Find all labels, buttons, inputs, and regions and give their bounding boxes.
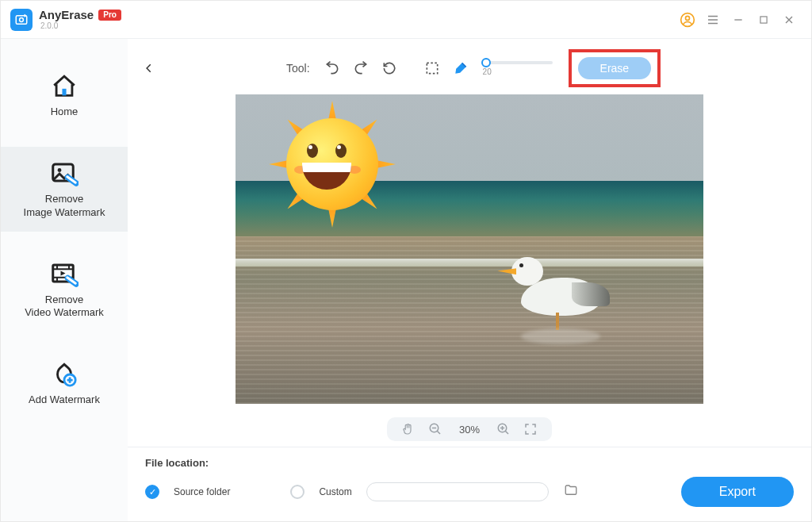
seagull [497,243,632,346]
sidebar-item-remove-video-watermark[interactable]: Remove Video Watermark [1,248,128,332]
back-button[interactable] [139,58,159,79]
sidebar: Home Remove Image Watermark Remove Video… [1,39,128,521]
browse-folder-button[interactable] [563,483,579,501]
maximize-button[interactable] [753,9,775,31]
svg-point-1 [20,17,24,21]
file-location-label: File location: [145,457,794,469]
svg-rect-5 [62,89,66,96]
tool-label: Tool: [286,62,310,75]
sidebar-item-remove-image-watermark[interactable]: Remove Image Watermark [1,147,128,232]
canvas-area[interactable] [128,90,811,407]
sidebar-item-label: Remove Image Watermark [24,193,105,219]
app-title: AnyErase [39,9,94,21]
svg-rect-4 [760,16,767,22]
erase-highlight-box: Erase [569,49,661,87]
fit-screen-button[interactable] [523,422,538,436]
zoom-in-button[interactable] [496,422,511,436]
undo-button[interactable] [321,57,343,79]
brush-size-slider[interactable]: 20 [481,61,553,76]
editor-toolbar: Tool: 20 Erase [128,47,811,90]
sidebar-item-add-watermark[interactable]: Add Watermark [1,347,128,419]
marquee-tool-button[interactable] [421,57,443,79]
app-logo-icon [10,9,33,31]
redo-button[interactable] [350,57,372,79]
custom-folder-radio[interactable] [290,485,304,499]
svg-point-7 [58,168,62,172]
brush-tool-button[interactable] [450,57,472,79]
sidebar-item-label: Remove Video Watermark [25,294,104,320]
sidebar-item-label: Home [51,106,79,118]
reset-button[interactable] [378,57,400,79]
source-folder-label: Source folder [174,486,230,497]
export-button[interactable]: Export [681,477,794,507]
custom-folder-label: Custom [319,486,351,497]
user-account-icon[interactable] [676,9,699,31]
minimize-button[interactable] [727,9,749,31]
add-watermark-icon [50,360,79,389]
sidebar-item-home[interactable]: Home [1,59,128,131]
erase-button[interactable]: Erase [578,57,652,79]
footer: File location: Source folder Custom Expo… [128,447,811,521]
sidebar-item-label: Add Watermark [29,393,100,406]
working-image[interactable] [236,94,703,404]
zoom-value: 30% [455,424,484,436]
remove-image-watermark-icon [50,159,79,188]
custom-path-input[interactable] [366,482,549,501]
close-button[interactable] [778,9,800,31]
slider-thumb[interactable] [481,58,491,67]
zoom-controls: 30% [128,412,811,447]
remove-video-watermark-icon [50,260,79,289]
source-folder-radio[interactable] [145,485,159,499]
content-area: Tool: 20 Erase [128,39,811,521]
zoom-out-button[interactable] [428,422,442,436]
svg-point-3 [686,16,690,20]
svg-rect-10 [427,63,437,73]
pro-badge: Pro [98,10,121,21]
titlebar: AnyErase Pro 2.0.0 [1,1,811,39]
home-icon [50,72,79,101]
app-version: 2.0.0 [40,22,58,30]
pan-hand-button[interactable] [401,422,416,436]
sun-emoji-watermark [269,101,396,228]
brush-size-value: 20 [483,67,492,76]
menu-icon[interactable] [702,9,724,31]
